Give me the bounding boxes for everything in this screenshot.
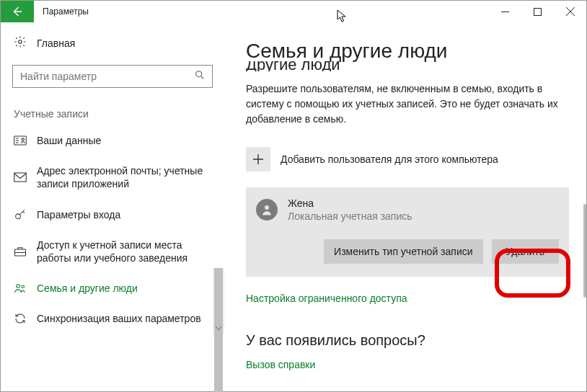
svg-point-1 — [19, 40, 22, 44]
window-title: Параметры — [34, 1, 489, 22]
sidebar-item-your-info[interactable]: Ваши данные — [1, 125, 224, 156]
sidebar-section-heading: Учетные записи — [1, 88, 224, 125]
change-account-type-button[interactable]: Изменить тип учетной записи — [324, 239, 482, 264]
sidebar-item-family[interactable]: Семья и другие люди — [1, 273, 224, 303]
key-icon — [14, 208, 27, 221]
minimize-button[interactable] — [489, 1, 521, 22]
scroll-down-icon[interactable] — [213, 323, 224, 334]
title-bar: Параметры — [1, 1, 586, 22]
sidebar-item-label: Параметры входа — [37, 208, 120, 221]
assigned-access-link[interactable]: Настройка ограниченного доступа — [246, 293, 407, 304]
briefcase-icon — [14, 245, 27, 258]
user-type: Локальная учетная запись — [288, 210, 412, 222]
svg-point-9 — [22, 285, 25, 288]
search-input[interactable] — [12, 65, 213, 88]
maximize-button[interactable] — [521, 1, 554, 22]
svg-point-8 — [17, 285, 20, 288]
sidebar-item-label: Ваши данные — [37, 134, 101, 147]
svg-point-10 — [265, 205, 269, 210]
user-account-header: Жена Локальная учетная запись — [256, 197, 559, 222]
person-icon — [260, 203, 273, 216]
content-scroll-thumb[interactable] — [583, 204, 586, 298]
sidebar-item-label: Доступ к учетной записи места работы или… — [37, 239, 214, 264]
plus-icon — [252, 153, 264, 165]
close-button[interactable] — [554, 1, 586, 22]
sidebar-item-sync[interactable]: Синхронизация ваших параметров — [1, 303, 224, 334]
back-button[interactable] — [1, 1, 34, 22]
avatar — [256, 199, 278, 220]
svg-rect-0 — [534, 8, 542, 15]
section-heading-cropped: Другие люди — [246, 61, 569, 71]
home-label: Главная — [37, 37, 75, 49]
sidebar-item-email-accounts[interactable]: Адрес электронной почты; учетные записи … — [1, 156, 224, 199]
sidebar-scrollbar[interactable] — [213, 268, 224, 334]
help-heading: У вас появились вопросы? — [246, 332, 569, 349]
sidebar: Главная Учетные записи Ваши данные — [1, 22, 224, 391]
sidebar-item-label: Адрес электронной почты; учетные записи … — [37, 164, 214, 190]
delete-account-button[interactable]: Удалить — [492, 239, 559, 264]
arrow-left-icon — [11, 5, 24, 18]
people-icon — [14, 282, 27, 295]
id-card-icon — [14, 134, 27, 147]
user-info: Жена Локальная учетная запись — [288, 197, 412, 222]
plus-tile — [246, 147, 270, 172]
svg-rect-5 — [14, 173, 27, 182]
svg-point-4 — [22, 138, 24, 141]
sidebar-nav-list: Ваши данные Адрес электронной почты; уче… — [1, 125, 224, 334]
sidebar-item-label: Семья и другие люди — [37, 282, 138, 295]
envelope-icon — [14, 171, 27, 184]
sidebar-item-work-access[interactable]: Доступ к учетной записи места работы или… — [1, 230, 224, 273]
content-pane: Семья и другие люди Другие люди Разрешит… — [224, 22, 586, 391]
page-title: Семья и другие люди — [246, 40, 569, 63]
user-actions-row: Изменить тип учетной записи Удалить — [256, 239, 559, 264]
section-description: Разрешите пользователям, не включенным в… — [246, 81, 563, 127]
content-scrollbar[interactable] — [583, 22, 586, 391]
add-user-row[interactable]: Добавить пользователя для этого компьюте… — [246, 147, 569, 172]
search-icon — [194, 69, 206, 84]
search-wrap — [12, 65, 213, 88]
settings-window: Параметры Главная — [0, 0, 587, 392]
user-account-block[interactable]: Жена Локальная учетная запись Изменить т… — [246, 187, 569, 277]
get-help-link[interactable]: Вызов справки — [246, 359, 315, 370]
sync-icon — [14, 312, 27, 325]
home-nav[interactable]: Главная — [1, 31, 224, 55]
sidebar-item-signin-options[interactable]: Параметры входа — [1, 200, 224, 230]
gear-icon — [14, 35, 27, 50]
user-name: Жена — [288, 197, 412, 209]
svg-point-2 — [196, 71, 202, 77]
sidebar-item-label: Синхронизация ваших параметров — [37, 312, 201, 325]
add-user-label: Добавить пользователя для этого компьюте… — [281, 153, 498, 165]
